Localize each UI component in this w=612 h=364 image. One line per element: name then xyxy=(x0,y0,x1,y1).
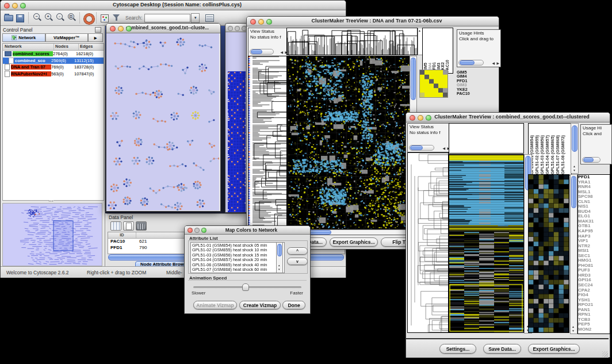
panel-resize-handle[interactable] xyxy=(49,200,53,202)
vizmapper-icon[interactable] xyxy=(100,13,110,23)
search-dropdown-arrow[interactable]: ▼ xyxy=(191,13,200,23)
tv2-zoom-heatmap[interactable] xyxy=(528,174,569,333)
settings-button[interactable]: Settings... xyxy=(439,344,476,354)
col-edges[interactable]: Edges xyxy=(79,44,104,50)
tv2-hints-scrollbar[interactable] xyxy=(582,157,600,163)
window-controls xyxy=(4,3,26,9)
tv1-column-dendrogram[interactable] xyxy=(286,28,418,55)
col-nodes[interactable]: Nodes xyxy=(54,44,79,50)
table-row[interactable]: RNAPuberNov2+I 563(0) 107847(0) xyxy=(3,71,104,78)
tab-network[interactable]: Network xyxy=(2,33,45,42)
network-canvas[interactable] xyxy=(106,33,219,210)
scroll-up-icon[interactable]: ▲ xyxy=(278,264,280,267)
move-up-button[interactable]: ^ xyxy=(287,247,308,255)
create-vizmap-button[interactable]: Create Vizmap xyxy=(239,301,281,309)
close-button[interactable] xyxy=(110,26,116,32)
tv1-usage-hints-panel: Usage Hints Click and drag to ◀ ▶ xyxy=(457,29,501,67)
control-panel-title: Control Panel xyxy=(3,27,33,33)
minimize-button[interactable] xyxy=(418,115,423,121)
minimize-button[interactable] xyxy=(258,19,264,25)
zoom-button[interactable] xyxy=(20,3,26,9)
attribute-list-item[interactable]: GPL51-07 (GSM868) heat shock 60 min xyxy=(192,267,283,272)
scroll-up-icon[interactable]: ▲ xyxy=(573,164,576,168)
tab-overflow-button[interactable]: ▶ xyxy=(88,33,103,42)
slider-thumb[interactable] xyxy=(242,283,249,291)
scroll-down-icon[interactable]: ▼ xyxy=(572,329,575,332)
tv1-status-scrollbar[interactable] xyxy=(250,49,274,55)
minimize-button[interactable] xyxy=(12,3,18,9)
tv2-column-dendrogram-area[interactable] xyxy=(449,123,524,154)
tv1-hints-scrollbar[interactable] xyxy=(458,60,484,66)
dialog-title-bar[interactable]: Map Colors to Network xyxy=(185,226,310,235)
zoom-in-icon[interactable]: + xyxy=(43,13,53,23)
minimize-button[interactable] xyxy=(235,26,240,31)
tv1-view-status-panel: View Status No status info f ◀ ▶ xyxy=(248,28,289,56)
tv1-row-dendrogram[interactable] xyxy=(248,56,287,229)
zoom-button[interactable] xyxy=(126,26,132,32)
zoom-fit-icon[interactable]: ⊡ xyxy=(66,13,76,23)
new-attribute-icon[interactable] xyxy=(123,221,134,231)
table-row-selected[interactable]: combined_sco 2569(6) 13112(15) xyxy=(3,58,104,64)
close-button[interactable] xyxy=(410,115,415,121)
filter-icon[interactable] xyxy=(111,13,121,23)
treeview1-title-bar[interactable]: ClusterMaker TreeView : DNA and Tran 07-… xyxy=(247,17,499,26)
save-session-icon[interactable] xyxy=(15,13,25,23)
minimize-button[interactable] xyxy=(194,228,200,233)
close-button[interactable] xyxy=(188,228,193,233)
table-icon[interactable] xyxy=(110,221,121,231)
help-lifering-icon[interactable] xyxy=(83,13,93,23)
export-graphics-button[interactable]: Export Graphics... xyxy=(528,344,580,354)
zoom-button[interactable] xyxy=(201,228,206,233)
zoom-selected-icon[interactable]: ▫ xyxy=(55,13,65,23)
tv1-heatmap-canvas[interactable] xyxy=(287,56,410,229)
attribute-list-scrollbar[interactable]: ▲ ▼ xyxy=(276,242,283,273)
col-id[interactable]: ID xyxy=(108,232,136,238)
resize-grip[interactable] xyxy=(602,351,608,357)
scroll-down-icon[interactable]: ▼ xyxy=(278,268,280,271)
scroll-left-icon[interactable]: ◀ xyxy=(280,51,283,54)
close-button[interactable] xyxy=(250,19,256,25)
table-row[interactable]: combined_scores 2764(0) 16218(0) xyxy=(3,51,104,58)
scroll-down-icon[interactable]: ▼ xyxy=(573,168,576,172)
minimize-button[interactable] xyxy=(118,26,124,32)
search-input[interactable] xyxy=(144,14,190,22)
move-down-button[interactable]: v xyxy=(287,258,308,265)
tv2-gene-vscrollbar[interactable]: ▲ ▼ xyxy=(570,174,577,334)
network-title-bar[interactable]: combined_scores_good.txt--cluste... xyxy=(106,24,220,33)
done-button[interactable]: Done xyxy=(282,301,305,309)
open-session-icon[interactable] xyxy=(3,13,14,23)
tv2-row-dendrogram[interactable] xyxy=(407,152,449,333)
treeview2-title: ClusterMaker TreeView : combined_scores_… xyxy=(420,114,604,120)
scroll-left-icon[interactable]: ◀ xyxy=(442,147,445,150)
table-row[interactable]: DNA and Tran 07 769(0) 183728(0) xyxy=(3,64,104,71)
export-graphics-button[interactable]: Export Graphics... xyxy=(330,237,378,247)
scroll-up-icon[interactable]: ▲ xyxy=(572,325,575,328)
zoom-button[interactable] xyxy=(266,19,272,25)
faster-label: Faster xyxy=(290,290,303,296)
treeview2-title-bar[interactable]: ClusterMaker TreeView : combined_scores_… xyxy=(406,113,610,122)
scroll-right-icon[interactable]: ▶ xyxy=(496,62,499,65)
zoom-button[interactable] xyxy=(426,115,431,121)
main-title-bar[interactable]: Cytoscape Desktop (Session Name: collins… xyxy=(1,1,346,10)
animate-vizmap-button[interactable]: Animate Vizmap xyxy=(193,301,237,309)
trash-icon[interactable] xyxy=(136,221,147,231)
tab-vizmapper[interactable]: VizMapper™ xyxy=(45,33,89,42)
network-overview-canvas[interactable] xyxy=(2,203,102,266)
save-data-button[interactable]: Save Data... xyxy=(483,344,521,354)
tv2-global-heatmap[interactable] xyxy=(449,154,524,333)
annotation-icon[interactable] xyxy=(204,13,215,23)
tv2-labels-vscrollbar[interactable]: ▲ ▼ xyxy=(571,123,579,174)
scroll-left-icon[interactable]: ◀ xyxy=(492,62,495,65)
background-network-window[interactable] xyxy=(225,23,248,213)
usage-hints-text: Click and xyxy=(583,131,610,137)
float-panel-icon[interactable] xyxy=(95,27,101,33)
grid-network-view[interactable] xyxy=(225,32,247,212)
desktop: { "icons": {"up": "▲", "down": "▼", "lef… xyxy=(0,0,612,364)
col-network[interactable]: Network xyxy=(3,44,54,50)
close-button[interactable] xyxy=(228,26,233,31)
zoom-out-icon[interactable]: − xyxy=(32,13,42,23)
close-button[interactable] xyxy=(4,3,10,9)
tv1-zoom-matrix[interactable] xyxy=(419,70,448,98)
tv2-status-scrollbar[interactable] xyxy=(409,145,434,151)
tv2-gene-labels: PFD1YRA1RNR4MSL1SPC98CLN1NIS1BUD4ELG1MAK… xyxy=(577,174,610,334)
